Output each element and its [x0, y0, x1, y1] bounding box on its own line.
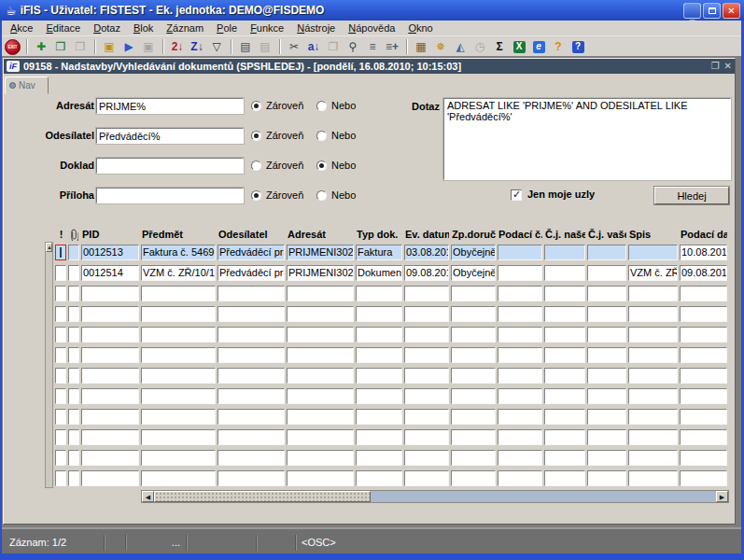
table-cell[interactable]: [141, 347, 216, 363]
menu-item-záznam[interactable]: Záznam: [160, 21, 210, 35]
table-cell[interactable]: [628, 470, 678, 486]
table-cell[interactable]: Obyčejně: [451, 245, 496, 260]
table-cell[interactable]: [55, 286, 66, 301]
table-cell[interactable]: [287, 470, 354, 486]
table-cell[interactable]: [356, 286, 402, 301]
horizontal-scrollbar[interactable]: ◀ ▶: [141, 490, 729, 503]
table-cell[interactable]: [356, 450, 402, 466]
table-cell[interactable]: [81, 327, 139, 343]
table-cell[interactable]: [680, 470, 727, 486]
table-cell[interactable]: [55, 368, 66, 384]
table-cell[interactable]: [544, 265, 585, 281]
table-cell[interactable]: [218, 368, 285, 384]
table-cell[interactable]: [498, 470, 542, 486]
table-cell[interactable]: 0012514: [81, 265, 139, 281]
table-cell[interactable]: [81, 286, 139, 301]
table-cell[interactable]: [68, 368, 79, 384]
table-cell[interactable]: [141, 409, 216, 425]
table-cell[interactable]: [587, 368, 626, 384]
menu-item-funkce[interactable]: Funkce: [244, 21, 290, 35]
chart-button[interactable]: ◭: [451, 38, 470, 55]
table-cell[interactable]: [587, 347, 626, 363]
table-cell[interactable]: [287, 429, 354, 445]
table-cell[interactable]: [544, 450, 585, 466]
record-scrollbar[interactable]: ▲: [45, 242, 53, 488]
table-cell[interactable]: [141, 306, 216, 322]
table-cell[interactable]: [141, 327, 216, 343]
browser-button[interactable]: e: [529, 38, 548, 55]
paste-button[interactable]: a↓: [304, 38, 323, 55]
table-cell[interactable]: [356, 347, 402, 363]
table-cell[interactable]: Předváděcí pracov: [218, 245, 285, 260]
table-cell[interactable]: [544, 306, 585, 322]
table-cell[interactable]: [356, 409, 402, 425]
table-cell[interactable]: [498, 327, 542, 343]
table-cell[interactable]: [451, 409, 496, 425]
mdi-restore-button[interactable]: ❐: [711, 62, 720, 71]
scroll-left-icon[interactable]: ◀: [142, 491, 154, 502]
table-cell[interactable]: [356, 327, 402, 343]
table-cell[interactable]: [628, 286, 678, 301]
table-cell[interactable]: [587, 306, 626, 322]
table-cell[interactable]: [544, 409, 585, 425]
odesilatel-nebo-radio[interactable]: [316, 131, 327, 141]
table-cell[interactable]: [68, 327, 79, 343]
table-cell[interactable]: [287, 388, 354, 404]
table-cell[interactable]: [287, 286, 354, 301]
menu-item-dotaz[interactable]: Dotaz: [87, 21, 127, 35]
table-cell[interactable]: [356, 306, 402, 322]
table-cell[interactable]: [55, 388, 66, 404]
table-cell[interactable]: [451, 368, 496, 384]
new-record-button[interactable]: ✚: [32, 38, 50, 55]
table-cell[interactable]: [55, 245, 66, 260]
table-cell[interactable]: [68, 265, 79, 281]
table-cell[interactable]: [287, 347, 354, 363]
table-cell[interactable]: [680, 409, 727, 425]
table-cell[interactable]: [55, 470, 66, 486]
table-cell[interactable]: [81, 347, 139, 363]
table-cell[interactable]: [356, 388, 402, 404]
menu-item-nástroje[interactable]: Nástroje: [290, 21, 342, 35]
adresat-input[interactable]: [96, 98, 244, 114]
table-cell[interactable]: [404, 409, 449, 425]
table-cell[interactable]: [628, 388, 678, 404]
table-cell[interactable]: [218, 409, 285, 425]
mdi-close-button[interactable]: ✕: [724, 62, 732, 71]
cut-button[interactable]: ✂: [285, 38, 303, 55]
table-cell[interactable]: Faktura č. 54698723: [141, 245, 216, 260]
table-cell[interactable]: [680, 388, 727, 404]
table-cell[interactable]: [404, 286, 449, 301]
table-cell[interactable]: [544, 388, 585, 404]
table-cell[interactable]: 10.08.2010: [680, 245, 727, 260]
table-cell[interactable]: [287, 368, 354, 384]
table-cell[interactable]: Faktura: [356, 245, 402, 260]
odesilatel-zaroven-radio[interactable]: [251, 131, 261, 141]
calendar-button[interactable]: ▦: [412, 38, 430, 55]
table-cell[interactable]: [287, 327, 354, 343]
table-cell[interactable]: [404, 450, 449, 466]
table-cell[interactable]: [587, 286, 626, 301]
table-cell[interactable]: PRIJMENI3028 Zde: [287, 265, 354, 281]
table-cell[interactable]: [498, 306, 542, 322]
table-cell[interactable]: [141, 388, 216, 404]
table-cell[interactable]: [451, 429, 496, 445]
priloha-zaroven-radio[interactable]: [251, 190, 261, 201]
table-cell[interactable]: [81, 368, 139, 384]
table-cell[interactable]: [356, 368, 402, 384]
table-cell[interactable]: [680, 429, 727, 445]
table-cell[interactable]: [498, 265, 542, 281]
table-cell[interactable]: [55, 306, 66, 322]
table-cell[interactable]: [68, 245, 79, 260]
table-cell[interactable]: Dokument k V: [356, 265, 402, 281]
table-cell[interactable]: [544, 347, 585, 363]
table-cell[interactable]: [680, 306, 727, 322]
enter-query-button[interactable]: ▣: [100, 38, 119, 55]
table-cell[interactable]: [628, 306, 678, 322]
scrollbar-thumb[interactable]: [154, 491, 371, 502]
table-cell[interactable]: [218, 306, 285, 322]
hledej-button[interactable]: Hledej: [654, 187, 729, 204]
help-button[interactable]: ?: [549, 38, 568, 55]
table-cell[interactable]: [451, 470, 496, 486]
maximize-button[interactable]: [703, 3, 721, 19]
table-cell[interactable]: [587, 470, 626, 486]
